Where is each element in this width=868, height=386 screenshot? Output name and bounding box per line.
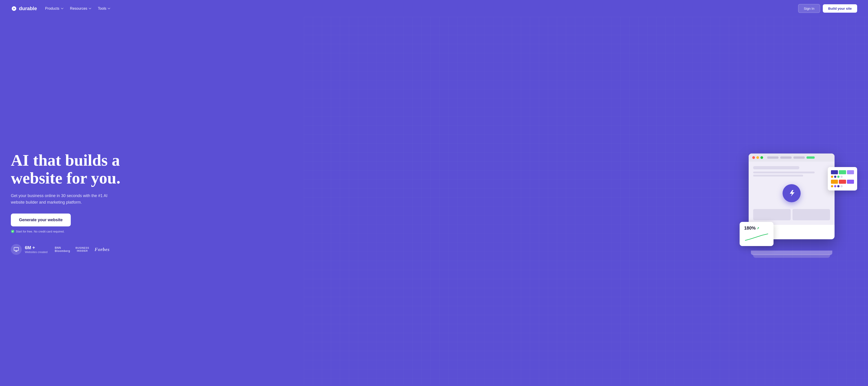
chevron-down-icon: [107, 7, 111, 10]
hero-section: AI that builds a website for you. Get yo…: [0, 17, 868, 385]
palette-dot-6: [834, 185, 836, 187]
palette-dot-3: [837, 176, 839, 178]
palette-dots-row1: [831, 176, 854, 178]
stat-label: Websites created: [25, 250, 48, 254]
palette-row-2: [831, 180, 854, 184]
palette-dot-1: [831, 176, 833, 178]
dot-green-dot: [761, 156, 763, 159]
business-insider-logo: BUSINESSINSIDER: [75, 246, 89, 252]
chevron-down-icon: [88, 7, 92, 10]
lightning-icon: [787, 189, 796, 197]
monitor-symbol: [13, 246, 19, 252]
signin-button[interactable]: Sign In: [798, 4, 820, 13]
content-header-block: [753, 166, 799, 169]
swatch-5: [839, 180, 846, 184]
press-logos: BNNBloomberg BUSINESSINSIDER Forbes: [55, 246, 110, 253]
hero-content: AI that builds a website for you. Get yo…: [11, 151, 121, 255]
checkmark-icon: [11, 230, 14, 233]
lightning-icon-container: [782, 184, 801, 202]
hero-visual: 180% ↗: [740, 153, 857, 253]
stat-text: 6M + Websites created: [25, 245, 48, 254]
arrow-up-icon: ↗: [756, 226, 759, 230]
nav-links: Products Resources Tools: [45, 6, 111, 11]
forbes-logo: Forbes: [94, 246, 110, 252]
grid-block-2: [793, 209, 830, 220]
hero-title: AI that builds a website for you.: [11, 151, 121, 187]
chevron-down-icon: [61, 7, 64, 10]
durable-logo-icon: [11, 5, 17, 12]
grid-block-1: [753, 209, 791, 220]
browser-content: [749, 162, 835, 225]
nav-right: Sign In Build your site: [798, 4, 857, 13]
swatch-6: [847, 180, 854, 184]
nav-products[interactable]: Products: [45, 6, 64, 11]
mini-chart: [744, 233, 769, 242]
palette-dot-5: [831, 185, 833, 187]
swatch-3: [847, 170, 854, 174]
bloomberg-logo: BNNBloomberg: [55, 246, 70, 253]
pill-3: [794, 156, 805, 159]
nav-left: durable Products Resources Tools: [11, 5, 111, 12]
palette-dot-2: [834, 176, 836, 178]
content-line-2: [753, 175, 803, 177]
browser-grid: [753, 209, 830, 220]
swatch-4: [831, 180, 838, 184]
logo-text: durable: [19, 6, 37, 11]
websites-stat: 6M + Websites created: [11, 244, 48, 255]
stats-percent: 180% ↗: [744, 225, 769, 231]
dot-yellow: [756, 156, 759, 159]
logo[interactable]: durable: [11, 5, 37, 12]
palette-card: [828, 167, 857, 190]
content-lines: [753, 172, 830, 177]
palette-dots-row2: [831, 185, 854, 187]
nav-tools[interactable]: Tools: [98, 6, 111, 11]
stats-card: 180% ↗: [740, 222, 774, 246]
free-note: Start for free. No credit card required.: [11, 230, 121, 233]
stat-number: 6M +: [25, 245, 48, 250]
monitor-icon: [11, 244, 22, 255]
generate-website-button[interactable]: Generate your website: [11, 214, 71, 226]
palette-dot-4: [840, 176, 843, 178]
swatch-2: [839, 170, 846, 174]
browser-dots: [752, 156, 763, 159]
palette-dot-7: [837, 185, 839, 187]
svg-rect-1: [14, 247, 19, 251]
social-proof: 6M + Websites created BNNBloomberg BUSIN…: [11, 244, 121, 255]
palette-row-1: [831, 170, 854, 174]
browser-layer-3: [753, 254, 830, 258]
navigation: durable Products Resources Tools: [0, 0, 868, 17]
build-site-button[interactable]: Build your site: [823, 4, 857, 13]
nav-resources[interactable]: Resources: [70, 6, 92, 11]
hero-subtitle: Get your business online in 30 seconds w…: [11, 192, 115, 206]
swatch-1: [831, 170, 838, 174]
browser-bar: [749, 153, 835, 162]
dot-red: [752, 156, 755, 159]
pill-green: [807, 156, 815, 159]
pill-2: [780, 156, 792, 159]
palette-dot-8: [840, 185, 843, 187]
content-line-1: [753, 172, 815, 173]
browser-pills: [767, 156, 815, 159]
pill-1: [767, 156, 778, 159]
